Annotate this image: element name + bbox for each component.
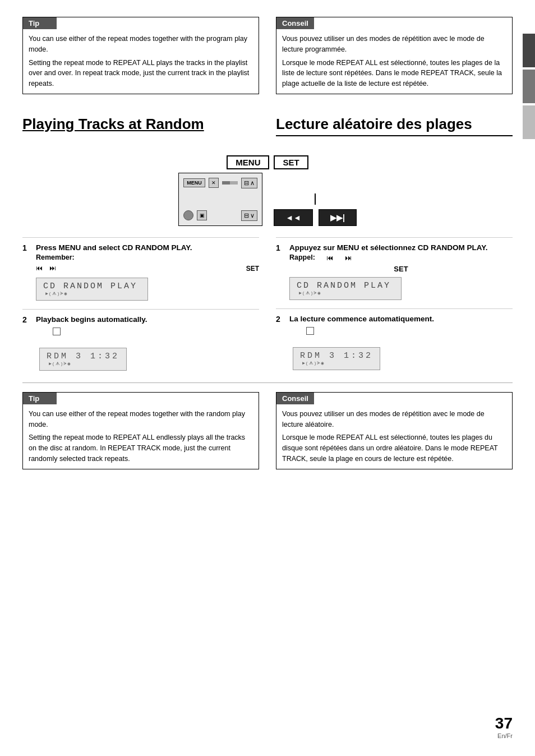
square-btn: ▣ <box>197 210 207 220</box>
step-content-left-2: Playback begins automatically. <box>36 315 259 339</box>
diagram-area: MENU SET MENU ✕ ⊟ ∧ <box>22 153 513 226</box>
remember-label-left: Remember: <box>36 253 259 261</box>
step-left-2: 2 Playback begins automatically. <box>22 309 259 345</box>
display-screen-right-1: CD RANDOM PLAY ►(ᗑ)ᗒ◉ <box>289 277 402 300</box>
icon-btn-1: ✕ <box>209 178 219 188</box>
tip-content-left-top: You can use either of the repeat modes t… <box>23 29 259 94</box>
tip-header-left-bottom: Tip <box>23 393 57 404</box>
display-screen-left-1: CD RANDOM PLAY ►(ᗑ)ᗒ◉ <box>36 278 148 301</box>
tip-text-left-top-2: Setting the repeat mode to REPEAT ALL pl… <box>29 58 253 89</box>
step-number-left-1: 1 <box>22 243 31 252</box>
step-icons-left: ⏮ ⏭ SET <box>36 264 259 273</box>
tip-header-left-top: Tip <box>23 17 57 29</box>
menu-set-row: MENU SET <box>227 155 308 169</box>
prev-icon-right: ⏮ <box>326 254 334 262</box>
rdm-display-right: RDM 3 1:32 ►(ᗑ)ᗒ◉ <box>293 347 380 370</box>
step-content-right-1: Appuyez sur MENU et sélectionnez CD RAND… <box>289 243 513 303</box>
section-heading-left: Playing Tracks at Random <box>22 116 259 136</box>
page-number-area: 37 En/Fr <box>495 714 513 739</box>
diagram-wrapper: MENU SET MENU ✕ ⊟ ∧ <box>178 155 357 226</box>
steps-right: 1 Appuyez sur MENU et sélectionnez CD RA… <box>276 237 513 374</box>
step-content-right-2: La lecture commence automatiquement. <box>289 315 513 339</box>
section-headings-row: Playing Tracks at Random Lecture aléatoi… <box>22 105 513 142</box>
step-title-left-2: Playback begins automatically. <box>36 315 259 324</box>
step-title-left-1: Press MENU and select CD RANDOM PLAY. <box>36 243 259 252</box>
set-label: SET <box>274 155 308 169</box>
step-number-right-1: 1 <box>276 243 285 252</box>
tip-box-left-top: Tip You can use either of the repeat mod… <box>22 17 259 94</box>
section-heading-right: Lecture aléatoire des plages <box>276 116 513 136</box>
prev-button[interactable]: ◄◄ <box>274 209 313 226</box>
player-illustration: MENU ✕ ⊟ ∧ ▣ <box>178 173 357 226</box>
steps-area: 1 Press MENU and select CD RANDOM PLAY. … <box>22 232 513 374</box>
next-button[interactable]: ▶▶| <box>319 209 357 226</box>
rappel-label-right: Rappel: <box>289 253 315 261</box>
set-label-left: SET <box>246 265 259 273</box>
tip-text-right-top-1: Vous pouvez utiliser un des modes de rép… <box>282 34 506 55</box>
section-heading-right-wrap: Lecture aléatoire des plages <box>276 105 513 142</box>
right-icon-group2: ⊟ ∨ <box>241 210 257 221</box>
small-square-left <box>53 328 61 335</box>
page-lang: En/Fr <box>495 732 513 739</box>
step-right-2: 2 La lecture commence automatiquement. <box>276 308 513 344</box>
tip-text-left-top-1: You can use either of the repeat modes t… <box>29 34 253 55</box>
next-icon-left: ⏭ <box>49 264 56 272</box>
step-number-right-2: 2 <box>276 315 285 324</box>
icon-down: ∨ <box>250 212 255 219</box>
nav-buttons-area: ◄◄ ▶▶| <box>274 173 357 226</box>
icon-slider: ⊟ <box>244 212 249 219</box>
tip-content-right-top: Vous pouvez utiliser un des modes de rép… <box>276 29 512 94</box>
page-number: 37 <box>495 714 513 732</box>
tip-text-left-bottom-2: Setting the repeat mode to REPEAT ALL en… <box>29 432 253 464</box>
rappel-row-right: Rappel: ⏮ ⏭ <box>289 253 513 262</box>
step-title-right-1: Appuyez sur MENU et sélectionnez CD RAND… <box>289 243 513 252</box>
player-bottom-row: ▣ ⊟ ∨ <box>183 210 257 221</box>
tip-content-left-bottom: You can use either of the repeat modes t… <box>23 404 259 469</box>
prev-icon-left: ⏮ <box>36 264 43 272</box>
tip-header-right-top: Conseil <box>276 17 314 29</box>
slider-fill <box>222 181 230 185</box>
tip-text-right-top-2: Lorsque le mode REPEAT ALL est sélection… <box>282 58 506 89</box>
tip-text-left-bottom-1: You can use either of the repeat modes t… <box>29 409 253 430</box>
steps-left: 1 Press MENU and select CD RANDOM PLAY. … <box>22 237 259 374</box>
slider-track <box>222 181 238 185</box>
set-label-right: SET <box>289 265 513 273</box>
player-top-row: MENU ✕ ⊟ ∧ <box>183 178 257 188</box>
player-left-panel: MENU ✕ ⊟ ∧ ▣ <box>178 173 262 226</box>
icon-up: ∧ <box>250 179 255 187</box>
step-left-1: 1 Press MENU and select CD RANDOM PLAY. … <box>22 237 259 309</box>
page-container: Tip You can use either of the repeat mod… <box>0 0 535 756</box>
right-icon-group: ⊟ ∧ <box>241 178 257 188</box>
bottom-tips-row: Tip You can use either of the repeat mod… <box>22 392 513 475</box>
nav-buttons: ◄◄ ▶▶| <box>274 209 357 226</box>
top-tips-row: Tip You can use either of the repeat mod… <box>22 17 513 100</box>
rdm-display-left: RDM 3 1:32 ►(ᗑ)ᗒ◉ <box>39 348 127 371</box>
tip-text-right-bottom-2: Lorsque le mode REPEAT ALL est sélection… <box>282 432 506 464</box>
icon-c: ⊟ <box>244 179 249 187</box>
tip-box-right-top: Conseil Vous pouvez utiliser un des mode… <box>276 17 513 94</box>
circle-btn <box>183 210 193 220</box>
menu-label: MENU <box>227 155 269 169</box>
connector-line <box>315 193 316 205</box>
tip-content-right-bottom: Vous pouvez utiliser un des modes de rép… <box>276 404 512 469</box>
next-icon-right: ⏭ <box>345 254 352 262</box>
step-content-left-1: Press MENU and select CD RANDOM PLAY. Re… <box>36 243 259 303</box>
step-title-right-2: La lecture commence automatiquement. <box>289 315 513 323</box>
step-right-1: 1 Appuyez sur MENU et sélectionnez CD RA… <box>276 237 513 308</box>
small-square-right <box>306 327 314 335</box>
step-number-left-2: 2 <box>22 315 31 324</box>
tip-box-left-bottom: Tip You can use either of the repeat mod… <box>22 392 259 469</box>
tip-text-right-bottom-1: Vous pouvez utiliser un des modes de rép… <box>282 409 506 430</box>
divider-bottom <box>22 382 513 383</box>
tip-header-right-bottom: Conseil <box>276 393 314 404</box>
tip-box-right-bottom: Conseil Vous pouvez utiliser un des mode… <box>276 392 513 469</box>
menu-btn-icon: MENU <box>183 178 205 187</box>
